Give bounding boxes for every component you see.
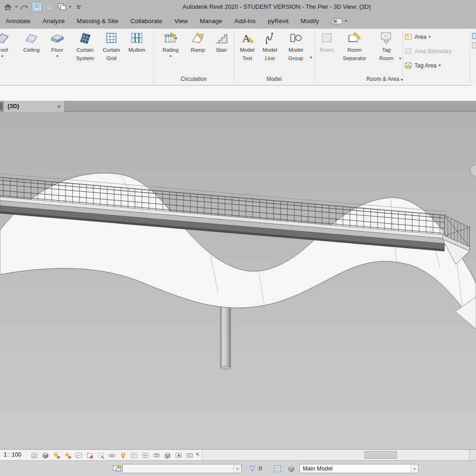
reveal-constraints-icon[interactable]	[164, 452, 171, 459]
drawing-area-3d-view[interactable]	[0, 112, 476, 449]
view-scale[interactable]: 1 : 100	[4, 452, 21, 458]
area-boundary-icon	[405, 48, 412, 55]
view-tab-bar: {3D} ×	[0, 101, 476, 112]
area-button[interactable]: Area ▾	[405, 32, 430, 42]
shadows-icon[interactable]	[64, 452, 71, 459]
temporary-view-properties-icon[interactable]	[130, 452, 138, 459]
redo-icon[interactable]	[19, 2, 30, 12]
stair-icon	[214, 31, 228, 45]
roof-dropdown-icon[interactable]: ▾	[0, 54, 13, 58]
tab-massing-site[interactable]: Massing & Site	[77, 14, 118, 29]
model-group-dropdown-icon[interactable]: ▾	[310, 56, 312, 60]
panel-label-model[interactable]: Model	[267, 76, 282, 82]
show-crop-icon[interactable]	[97, 452, 104, 459]
tab-view[interactable]: View	[174, 14, 188, 29]
crop-view-icon[interactable]	[86, 452, 93, 459]
quick-access-toolbar: ▾ ▾	[3, 1, 84, 12]
worksets-icon	[112, 464, 122, 473]
roof-icon	[0, 31, 9, 45]
home-icon[interactable]	[3, 2, 13, 12]
temporary-hide-isolate-icon[interactable]	[108, 452, 116, 459]
tab-addins[interactable]: Add-Ins	[234, 14, 256, 29]
tag-room-icon	[379, 31, 393, 45]
stair-button[interactable]: Stair	[210, 30, 232, 74]
ribbon-display-toggle[interactable]: ▾	[331, 18, 347, 24]
visual-style-icon[interactable]	[42, 452, 49, 459]
ceiling-button[interactable]: Ceiling	[20, 30, 43, 74]
switch-windows-dropdown-icon[interactable]: ▾	[69, 5, 71, 9]
close-view-icon[interactable]: ×	[57, 103, 61, 110]
ribbon-panel-architecture: Roof ▾ Ceiling Floor ▾ Curtain System Cu…	[0, 29, 476, 85]
home-dropdown-icon[interactable]: ▾	[15, 5, 17, 9]
sun-settings-icon[interactable]	[53, 452, 60, 459]
model-text-button[interactable]: A Model Text	[236, 30, 258, 74]
highlight-displacement-icon[interactable]	[153, 452, 160, 459]
title-bar: ▾ ▾ Autodesk Revit 2020 - STUDENT VERSIO…	[0, 0, 476, 14]
view-control-collapse-icon[interactable]: <	[196, 451, 199, 458]
selection-filter-icon[interactable]	[249, 464, 256, 473]
ceiling-icon	[24, 31, 38, 45]
railing-dropdown-icon[interactable]: ▾	[158, 54, 183, 58]
model-group-icon	[289, 31, 303, 45]
room-separator-button[interactable]: Room Separator	[338, 30, 371, 74]
worksets-combo[interactable]: ▾	[122, 464, 242, 473]
curtain-system-button[interactable]: Curtain System	[72, 30, 98, 74]
tag-area-icon	[405, 62, 412, 69]
roof-button[interactable]: Roof ▾	[0, 30, 13, 74]
room-icon	[320, 31, 334, 45]
tab-pyrevit[interactable]: pyRevit	[268, 14, 289, 29]
curtain-grid-icon	[104, 31, 118, 45]
switch-windows-icon[interactable]	[57, 2, 67, 12]
panel-separator	[470, 31, 470, 83]
ramp-button[interactable]: Ramp	[186, 30, 210, 74]
railing-button[interactable]: Railing ▾	[158, 30, 183, 74]
panel-label-room-area[interactable]: Room & Area ▾	[366, 76, 403, 82]
ribbon-edge-sliver	[471, 29, 476, 85]
curtain-system-icon	[78, 31, 92, 45]
tab-annotate[interactable]: Annotate	[6, 14, 31, 29]
minimize-ribbon-icon[interactable]	[73, 2, 84, 12]
worksets-combo-dropdown-icon[interactable]: ▾	[233, 464, 241, 473]
view-control-icons	[31, 452, 193, 459]
area-dropdown-icon[interactable]: ▾	[428, 35, 430, 39]
ramp-icon	[191, 31, 205, 45]
active-document-icon[interactable]	[32, 2, 42, 12]
ribbon-tab-row: Annotate Analyze Massing & Site Collabor…	[0, 14, 476, 29]
detail-level-icon[interactable]	[31, 452, 38, 459]
revit-window: ▾ ▾ Autodesk Revit 2020 - STUDENT VERSIO…	[0, 0, 476, 476]
tag-room-dropdown-icon[interactable]: ▾	[399, 57, 401, 61]
view-tab-label: {3D}	[4, 103, 19, 110]
panel-separator	[314, 31, 315, 83]
worksharing-display-icon[interactable]	[175, 452, 182, 459]
sketchy-lines-icon[interactable]	[75, 452, 82, 459]
room-button: Room	[316, 30, 337, 74]
horizontal-scrollbar-thumb[interactable]	[365, 451, 397, 459]
tab-analyze[interactable]: Analyze	[43, 14, 65, 29]
tab-collaborate[interactable]: Collaborate	[130, 14, 162, 29]
view-tab-3d[interactable]: {3D} ×	[3, 101, 65, 112]
railing-icon	[164, 31, 177, 45]
scrollbar-corner	[469, 450, 476, 460]
tab-manage[interactable]: Manage	[200, 14, 222, 29]
design-options-combo[interactable]: Main Model ▾	[299, 464, 419, 473]
view-control-bar: 1 : 100 <	[0, 449, 476, 460]
tag-area-button[interactable]: Tag Area ▾	[405, 61, 440, 70]
reveal-hidden-elements-icon[interactable]	[119, 452, 127, 459]
curtain-grid-button[interactable]: Curtain Grid	[99, 30, 123, 74]
model-line-icon	[263, 31, 277, 45]
panel-label-circulation[interactable]: Circulation	[181, 76, 207, 82]
model-group-button[interactable]: Model Group ▾	[282, 30, 309, 74]
tag-area-dropdown-icon[interactable]: ▾	[439, 64, 440, 67]
mullion-button[interactable]: Mullion	[125, 30, 149, 74]
tag-room-button[interactable]: Tag Room ▾	[374, 30, 398, 74]
editable-only-icon[interactable]	[273, 464, 282, 473]
design-options-combo-dropdown-icon[interactable]: ▾	[410, 464, 418, 473]
floor-button[interactable]: Floor ▾	[47, 30, 68, 74]
floor-icon	[50, 31, 64, 45]
tab-modify[interactable]: Modify	[301, 14, 319, 29]
show-analytical-model-icon[interactable]	[141, 452, 149, 459]
floor-dropdown-icon[interactable]: ▾	[47, 54, 68, 58]
show-camera-icon[interactable]	[186, 452, 193, 459]
model-line-button[interactable]: Model Line	[258, 30, 281, 74]
horizontal-scrollbar[interactable]	[202, 450, 476, 460]
